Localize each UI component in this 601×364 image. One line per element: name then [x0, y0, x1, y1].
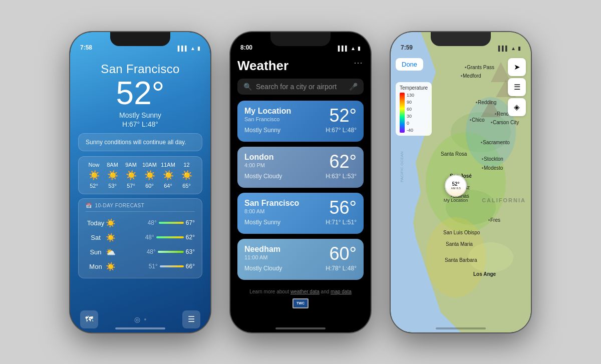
condition: Mostly Sunny — [78, 111, 202, 119]
legend-labels: 130 90 60 30 0 -40 — [407, 93, 414, 133]
forecast-header: 📅 10-DAY FORECAST — [86, 203, 195, 212]
hour-9am: 9AM ☀️ 57° — [123, 162, 139, 189]
city-temp-1: 52° — [330, 107, 357, 125]
notch — [110, 32, 170, 46]
city-name: San Francisco — [78, 62, 202, 76]
temperature-legend: Temperature 130 90 60 30 0 -40 — [396, 82, 432, 136]
city-card-top-3: San Francisco 8:00 AM 56° — [244, 199, 357, 217]
city-list-content: Weather 🔍 Search for a city or airport 🎤… — [230, 54, 371, 332]
dot-icon: • — [144, 315, 147, 323]
forecast-sat: Sat ☀️ 48° 62° — [86, 230, 195, 245]
search-icon: 🔍 — [243, 83, 252, 91]
notch-3 — [431, 32, 491, 46]
wifi-icon-3: ▲ — [511, 46, 516, 51]
location-arrow-button[interactable]: ➤ — [508, 58, 526, 76]
notch-2 — [270, 32, 331, 46]
city-hilo-1: H:67° L:48° — [326, 127, 357, 134]
city-name-1: My Location — [244, 107, 291, 116]
pin-temp: 52° AM 8:5 — [445, 175, 467, 197]
temp-bar-mon — [160, 265, 184, 267]
layers-button[interactable]: ◈ — [508, 98, 526, 116]
svg-text:PACIFIC OCEAN: PACIFIC OCEAN — [400, 151, 404, 182]
weather-channel-logo: TWC — [237, 298, 364, 308]
forecast-sun: Sun ⛅ 48° 63° — [86, 245, 195, 259]
hour-11am: 11AM ☀️ 64° — [160, 162, 176, 189]
weather-detail: San Francisco 52° Mostly Sunny H:67° L:4… — [70, 57, 210, 287]
phone-3: PACIFIC OCEAN Grants Pass Medford Reddin… — [391, 32, 531, 332]
weather-data-link[interactable]: weather data — [290, 289, 320, 294]
city-name-3: San Francisco — [244, 199, 299, 208]
battery-icon-2: ▮ — [358, 46, 361, 51]
footer-text: Learn more about weather data and map da… — [237, 285, 364, 296]
hourly-section: Now ☀️ 52° 8AM ☀️ 53° 9AM ☀️ 57° — [78, 156, 202, 194]
city-temp-4: 60° — [330, 245, 357, 263]
status-icons-1: ▌▌▌ ▲ ▮ — [178, 46, 200, 51]
pin-label: My Location — [444, 198, 468, 203]
city-sub-4: 11:00 AM — [244, 254, 280, 260]
temp-bar-sun — [158, 251, 184, 253]
city-sub-3: 8:00 AM — [244, 208, 299, 214]
city-card-needham[interactable]: Needham 11:00 AM 60° Mostly Cloudy H:78°… — [237, 239, 364, 280]
city-sub-1: San Francisco — [244, 116, 291, 122]
forecast-mon: Mon ☀️ 51° 66° — [86, 259, 195, 274]
legend-title: Temperature — [400, 85, 428, 91]
city-card-bottom-2: Mostly Cloudy H:63° L:53° — [244, 173, 357, 180]
current-temp: 52° — [78, 77, 202, 109]
city-cond-3: Mostly Sunny — [244, 219, 280, 226]
city-card-top-2: London 4:00 PM 62° — [244, 153, 357, 171]
city-name-4: Needham — [244, 245, 280, 254]
done-button[interactable]: Done — [396, 58, 423, 71]
more-options-button[interactable]: ⋯ — [354, 57, 363, 68]
city-card-sf[interactable]: San Francisco 8:00 AM 56° Mostly Sunny H… — [237, 193, 364, 234]
city-sub-2: 4:00 PM — [244, 162, 274, 168]
city-hilo-2: H:63° L:53° — [326, 173, 357, 180]
city-temp-2: 62° — [330, 153, 357, 171]
city-hilo-4: H:78° L:48° — [326, 265, 357, 272]
list-button[interactable]: ☰ — [182, 310, 200, 328]
map-button[interactable]: 🗺 — [80, 310, 98, 328]
signal-icon-3: ▌▌▌ — [498, 46, 509, 51]
city-cond-2: Mostly Cloudy — [244, 173, 282, 180]
wifi-icon-2: ▲ — [351, 46, 356, 51]
hi-lo: H:67° L:48° — [78, 120, 202, 128]
svg-point-6 — [426, 217, 486, 297]
battery-icon-3: ▮ — [518, 46, 521, 51]
condition-note: Sunny conditions will continue all day. — [78, 133, 202, 151]
status-time-1: 7:58 — [80, 44, 92, 51]
status-time-2: 8:00 — [240, 44, 252, 51]
location-icon: ◎ — [134, 315, 140, 323]
map-data-link[interactable]: map data — [331, 289, 352, 294]
status-icons-2: ▌▌▌ ▲ ▮ — [338, 46, 361, 51]
search-placeholder: Search for a city or airport — [256, 83, 345, 91]
map-right-controls: ➤ ☰ ◈ — [508, 58, 526, 116]
legend-bar: 130 90 60 30 0 -40 — [400, 93, 428, 133]
forecast-section: 📅 10-DAY FORECAST Today ☀️ 48° 67° Sat ☀… — [78, 198, 202, 278]
list-view-button[interactable]: ☰ — [508, 78, 526, 96]
city-card-top-1: My Location San Francisco 52° — [244, 107, 357, 125]
mic-icon: 🎤 — [349, 83, 358, 91]
wifi-icon: ▲ — [190, 46, 195, 51]
signal-icon-2: ▌▌▌ — [338, 46, 349, 51]
search-bar[interactable]: 🔍 Search for a city or airport 🎤 — [237, 79, 364, 95]
color-scale — [400, 93, 405, 133]
city-name-2: London — [244, 153, 274, 162]
hour-8am: 8AM ☀️ 53° — [104, 162, 121, 189]
city-card-london[interactable]: London 4:00 PM 62° Mostly Cloudy H:63° L… — [237, 147, 364, 188]
status-icons-3: ▌▌▌ ▲ ▮ — [498, 46, 521, 51]
temp-bar-today — [159, 222, 184, 224]
hour-12pm: 12 ☀️ 65° — [178, 162, 195, 189]
city-card-top-4: Needham 11:00 AM 60° — [244, 245, 357, 263]
hour-10am: 10AM ☀️ 60° — [141, 162, 158, 189]
hour-now: Now ☀️ 52° — [86, 162, 102, 189]
city-temp-3: 56° — [330, 199, 357, 217]
city-cond-4: Mostly Cloudy — [244, 265, 282, 272]
city-card-bottom-1: Mostly Sunny H:67° L:48° — [244, 127, 357, 134]
city-card-my-location[interactable]: My Location San Francisco 52° Mostly Sun… — [237, 101, 364, 142]
status-time-3: 7:59 — [401, 44, 413, 51]
phone-2: 8:00 ▌▌▌ ▲ ▮ ⋯ Weather 🔍 Search for a ci… — [230, 32, 371, 332]
home-indicator-1 — [115, 327, 165, 329]
bottom-bar-1: 🗺 ◎ • ☰ — [70, 310, 210, 328]
home-indicator-2 — [275, 327, 326, 329]
weather-list-title: Weather — [237, 54, 364, 79]
city-card-bottom-3: Mostly Sunny H:71° L:51° — [244, 219, 357, 226]
